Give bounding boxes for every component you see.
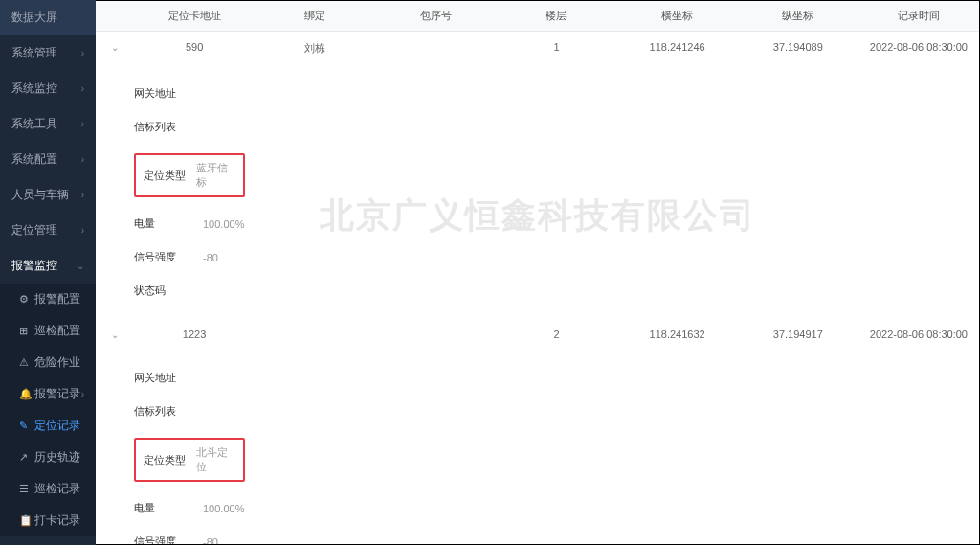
detail-status-label: 状态码 — [134, 284, 191, 298]
col-y: 纵坐标 — [738, 9, 858, 23]
col-floor: 楼层 — [496, 9, 616, 23]
detail-loctype-label: 定位类型 — [144, 453, 189, 467]
cell-bind: 刘栋 — [255, 41, 375, 56]
menu-location-manage[interactable]: 定位管理 › — [0, 213, 96, 248]
detail-signal-value: -80 — [203, 536, 218, 546]
cell-y: 37.194917 — [738, 329, 858, 340]
cell-floor: 2 — [496, 329, 616, 340]
gear-icon: ⚙ — [19, 293, 31, 306]
loc-type-highlight: 定位类型 蓝牙信标 — [134, 153, 245, 197]
menu-system-manage[interactable]: 系统管理 › — [0, 35, 96, 71]
submenu-label: ☰巡检记录 — [19, 481, 80, 497]
list-icon: ☰ — [19, 483, 31, 495]
arrow-icon: ↗ — [19, 451, 31, 464]
col-card-addr: 定位卡地址 — [134, 9, 255, 23]
submenu-label: 🔔报警记录 — [19, 386, 80, 402]
detail-panel: 网关地址 信标列表 定位类型 蓝牙信标 电量 100.00% 信号强度 -80 … — [96, 65, 979, 319]
menu-data-report[interactable]: 数据报告 › — [0, 536, 96, 545]
cell-floor: 1 — [496, 41, 616, 56]
detail-gateway-label: 网关地址 — [134, 86, 191, 101]
menu-label: 人员与车辆 — [11, 187, 69, 203]
detail-signal-label: 信号强度 — [134, 250, 191, 264]
submenu-patrol-config[interactable]: ⊞巡检配置 — [0, 315, 96, 347]
menu-system-config[interactable]: 系统配置 › — [0, 142, 96, 177]
menu-alarm-monitor[interactable]: 报警监控 ⌄ — [0, 248, 96, 284]
cell-y: 37.194089 — [738, 41, 858, 56]
chevron-down-icon: ⌄ — [77, 261, 84, 271]
cell-card-addr: 590 — [134, 41, 255, 56]
submenu-danger-work[interactable]: ⚠危险作业 — [0, 347, 96, 378]
detail-loctype-value: 蓝牙信标 — [196, 161, 235, 190]
bell-icon: 🔔 — [19, 388, 31, 400]
submenu-label: ✎定位记录 — [19, 418, 80, 434]
menu-label: 报警监控 — [11, 258, 57, 274]
collapse-icon[interactable]: ⌄ — [111, 42, 119, 53]
submenu-alarm-config[interactable]: ⚙报警配置 — [0, 284, 96, 315]
cell-bind — [255, 329, 375, 340]
menu-label: 数据大屏 — [11, 10, 57, 26]
cell-card-addr: 1223 — [134, 329, 255, 340]
sidebar: 数据大屏 系统管理 › 系统监控 › 系统工具 › 系统配置 › 人员与车辆 ›… — [0, 0, 96, 545]
submenu-label: ⊞巡检配置 — [19, 323, 80, 339]
col-x: 横坐标 — [617, 9, 738, 23]
cell-time: 2022-08-06 08:30:00 — [858, 329, 979, 340]
detail-battery-value: 100.00% — [203, 503, 244, 514]
menu-system-tools[interactable]: 系统工具 › — [0, 106, 96, 142]
submenu-label: ↗历史轨迹 — [19, 449, 80, 466]
chevron-right-icon: › — [81, 225, 84, 236]
table-row: ⌄ 1223 2 118.241632 37.194917 2022-08-06… — [96, 319, 979, 350]
detail-beacon-label: 信标列表 — [134, 404, 191, 419]
chevron-right-icon: › — [81, 154, 84, 165]
chevron-right-icon: › — [81, 389, 84, 399]
detail-signal-label: 信号强度 — [134, 534, 191, 545]
cell-seq — [375, 41, 496, 56]
detail-battery-label: 电量 — [134, 501, 191, 515]
submenu-alarm-record[interactable]: 🔔报警记录 › — [0, 378, 96, 410]
col-time: 记录时间 — [858, 9, 979, 23]
warning-icon: ⚠ — [19, 356, 31, 369]
loc-type-highlight: 定位类型 北斗定位 — [134, 438, 245, 482]
submenu-patrol-record[interactable]: ☰巡检记录 — [0, 473, 96, 505]
col-seq: 包序号 — [375, 9, 496, 23]
chevron-right-icon: › — [81, 190, 84, 200]
clipboard-icon: 📋 — [19, 514, 31, 527]
table-header: 定位卡地址 绑定 包序号 楼层 横坐标 纵坐标 记录时间 — [96, 1, 979, 32]
menu-label: 系统监控 — [11, 80, 57, 97]
cell-x: 118.241246 — [617, 41, 738, 56]
cell-x: 118.241632 — [617, 329, 738, 340]
chevron-right-icon: › — [81, 119, 84, 129]
menu-label: 系统管理 — [11, 45, 57, 61]
detail-beacon-label: 信标列表 — [134, 120, 191, 134]
submenu-location-record[interactable]: ✎定位记录 — [0, 410, 96, 442]
detail-battery-label: 电量 — [134, 216, 191, 231]
detail-gateway-label: 网关地址 — [134, 371, 191, 385]
cell-seq — [375, 329, 496, 340]
submenu-label: ⚠危险作业 — [19, 354, 80, 371]
main-content: 北京广义恒鑫科技有限公司 定位卡地址 绑定 包序号 楼层 横坐标 纵坐标 记录时… — [96, 0, 980, 545]
menu-label: 定位管理 — [11, 222, 57, 238]
menu-people-vehicle[interactable]: 人员与车辆 › — [0, 177, 96, 213]
detail-signal-value: -80 — [203, 252, 218, 263]
chevron-right-icon: › — [81, 83, 84, 94]
detail-loctype-value: 北斗定位 — [196, 445, 235, 474]
collapse-icon[interactable]: ⌄ — [111, 329, 119, 340]
detail-battery-value: 100.00% — [203, 218, 244, 230]
chevron-right-icon: › — [81, 48, 84, 58]
submenu-history-track[interactable]: ↗历史轨迹 — [0, 442, 96, 473]
menu-label: 系统工具 — [11, 116, 57, 132]
table-row: ⌄ 590 刘栋 1 118.241246 37.194089 2022-08-… — [96, 32, 979, 65]
edit-icon: ✎ — [19, 420, 31, 432]
menu-label: 系统配置 — [11, 151, 57, 168]
submenu-label: ⚙报警配置 — [19, 291, 80, 307]
col-bind: 绑定 — [255, 9, 375, 23]
menu-system-monitor[interactable]: 系统监控 › — [0, 71, 96, 106]
submenu-alarm: ⚙报警配置 ⊞巡检配置 ⚠危险作业 🔔报警记录 › ✎定位记录 ↗历史轨迹 ☰巡… — [0, 284, 96, 536]
detail-loctype-label: 定位类型 — [144, 169, 189, 183]
detail-panel: 网关地址 信标列表 定位类型 北斗定位 电量 100.00% 信号强度 -80 … — [96, 350, 979, 545]
menu-data-screen[interactable]: 数据大屏 — [0, 0, 96, 35]
cell-time: 2022-08-06 08:30:00 — [858, 41, 979, 56]
submenu-label: 📋打卡记录 — [19, 512, 80, 529]
submenu-checkin-record[interactable]: 📋打卡记录 — [0, 505, 96, 536]
grid-icon: ⊞ — [19, 325, 31, 337]
